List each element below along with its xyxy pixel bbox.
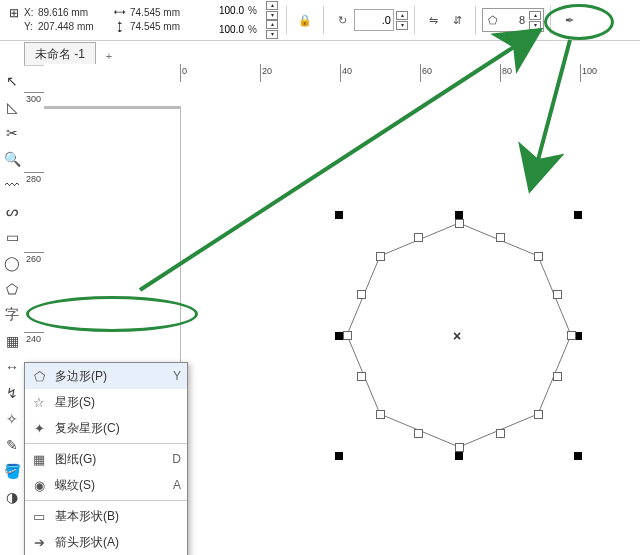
annotation-arrows	[0, 0, 640, 555]
svg-line-1	[140, 30, 540, 290]
svg-line-2	[530, 40, 570, 190]
